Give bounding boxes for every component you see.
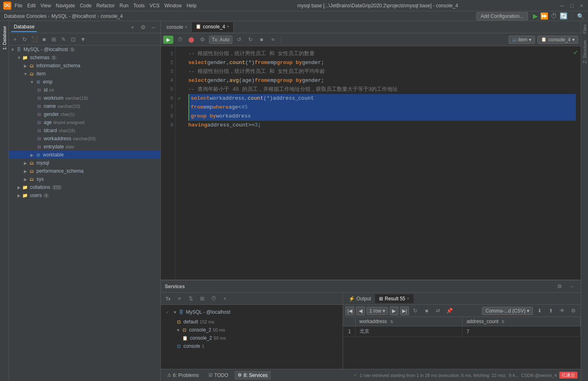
arrow-mysql-schema[interactable]: ▶ <box>23 160 28 166</box>
code-content[interactable]: -- 根据性别分组，统计男性员工 和 女性员工的数量 select gender… <box>183 46 581 280</box>
tree-mysql-schema[interactable]: ▶ 🗂 mysql <box>9 159 160 167</box>
tree-col-entrydate[interactable]: ⊟ entrydate date <box>9 143 160 151</box>
menu-vcs[interactable]: VCS <box>149 3 160 9</box>
inspect-btn[interactable]: ⊡ <box>69 35 78 44</box>
tree-collations[interactable]: ▶ 📁 collations 272 <box>9 183 160 191</box>
download-btn[interactable]: ⬇ <box>535 306 544 316</box>
collapse-sidebar-btn[interactable]: – <box>149 23 158 32</box>
code-editor[interactable]: 1 2 3 4 5 6 7 8 9 ✓ <box>161 46 581 280</box>
result-settings-btn[interactable]: ⚙ <box>569 306 578 316</box>
tree-users[interactable]: ▶ 📁 users 4 <box>9 191 160 199</box>
arrow-collations[interactable]: ▶ <box>16 184 22 190</box>
services-console2-parent[interactable]: ▼ ⊡ console_2 50 ms <box>161 326 343 334</box>
cancel-btn[interactable]: ■ <box>422 306 432 316</box>
export-format-selector[interactable]: Comma-...d (CSV) ▾ <box>482 307 533 315</box>
tab-services[interactable]: ⚙ 8: Services <box>234 371 271 380</box>
menu-file[interactable]: File <box>15 3 22 9</box>
nav-next-btn[interactable]: ▶ <box>390 306 398 315</box>
row-selector[interactable]: 1 row ▾ <box>366 307 388 315</box>
breadcrumb-mysql-localhost[interactable]: MySQL - @localhost <box>51 13 96 19</box>
menu-help[interactable]: Help <box>187 3 197 9</box>
tree-col-idcard[interactable]: ⊟ idcard char(18) <box>9 126 160 135</box>
execute-button[interactable]: ▶ <box>163 36 173 44</box>
breadcrumb-console4[interactable]: console_4 <box>101 13 123 19</box>
rollback-btn[interactable]: ↺ <box>234 35 244 45</box>
stop-btn2[interactable]: ■ <box>257 35 266 45</box>
vtab-files[interactable]: Files <box>582 21 588 37</box>
refresh-btn[interactable]: ↻ <box>20 35 29 44</box>
console-context-selector[interactable]: 📋 console_4 ▾ <box>537 36 578 44</box>
tree-item-schema[interactable]: ▼ 🗂 item <box>9 70 160 78</box>
tree-mysql-root[interactable]: ▼ 🗄 MySQL - @localhost 5 <box>9 45 160 54</box>
transpose-btn[interactable]: ⇄ <box>433 306 443 316</box>
menu-run[interactable]: Run <box>119 3 128 9</box>
debug-button-top[interactable]: ⏩ <box>540 12 548 20</box>
settings-btn[interactable]: ⚙ <box>198 35 207 45</box>
tab-todo[interactable]: ☑ TODO <box>205 371 231 380</box>
result55-tab-close[interactable]: × <box>407 296 409 301</box>
search-everywhere-button[interactable]: 🔍 <box>577 13 584 19</box>
tree-performance-schema[interactable]: ▶ 🗂 performance_schema <box>9 167 160 175</box>
col-address-count-sort[interactable]: ⇅ <box>501 319 505 324</box>
menu-navigate[interactable]: Navigate <box>56 3 75 9</box>
add-datasource-btn[interactable]: + <box>128 23 137 32</box>
profile-button-top[interactable]: ⏱ <box>551 13 557 20</box>
services-arrow-root[interactable]: ▼ <box>172 309 178 315</box>
arrow-mysql-root[interactable]: ▼ <box>10 47 15 52</box>
services-mysql-root[interactable]: ✓ ▼ 🗄 MySQL - @localhost <box>161 306 343 318</box>
tree-schemas[interactable]: ▼ 📁 schemas 5 <box>9 54 160 62</box>
arrow-users[interactable]: ▶ <box>16 193 22 198</box>
stop-btn[interactable]: ■ <box>40 35 49 44</box>
arrow-emp[interactable]: ▼ <box>29 79 35 85</box>
services-console2-child[interactable]: 📋 console_2 50 ms <box>161 334 343 342</box>
item-context-selector[interactable]: 🗂 item ▾ <box>509 36 535 44</box>
services-btn3[interactable]: ⊞ <box>197 294 207 304</box>
view-btn[interactable]: 👁 <box>557 306 567 316</box>
services-settings-btn[interactable]: ⚙ <box>555 282 565 291</box>
vtab-structure[interactable]: Z: Structure <box>582 37 588 66</box>
tx-selector[interactable]: Tx: Auto <box>209 36 232 44</box>
reload-btn[interactable]: ↻ <box>411 306 420 316</box>
tab-console-close[interactable]: × <box>185 25 187 29</box>
tab-console4-close[interactable]: × <box>227 24 229 29</box>
menu-edit[interactable]: Edit <box>27 3 36 9</box>
history-btn[interactable]: ⏱ <box>175 35 185 45</box>
arrow-perf-schema[interactable]: ▶ <box>23 168 28 174</box>
tab-result55[interactable]: ⊞ Result 55 × <box>375 294 413 303</box>
close-button[interactable]: × <box>578 2 585 9</box>
menu-window[interactable]: Window <box>164 3 182 9</box>
arrow-info-schema[interactable]: ▶ <box>23 63 28 68</box>
services-arrow-console2[interactable]: ▼ <box>175 327 181 333</box>
tree-worktable[interactable]: ▶ ⊞ worktable <box>9 151 160 159</box>
coverage-button-top[interactable]: 🔄 <box>560 12 568 20</box>
tree-col-gender[interactable]: ⊟ gender char(1) <box>9 110 160 118</box>
nav-prev-btn[interactable]: ◀ <box>356 306 365 315</box>
menu-view[interactable]: View <box>40 3 51 9</box>
tree-col-worknum[interactable]: ⊟ worknum varchar(10) <box>9 94 160 102</box>
new-query-btn[interactable]: + <box>11 35 19 44</box>
tree-col-age[interactable]: ⊟ age tinyint unsigned <box>9 118 160 126</box>
edit-btn[interactable]: ✎ <box>59 35 68 44</box>
menu-code[interactable]: Code <box>80 3 92 9</box>
grid-btn[interactable]: ⊞ <box>49 35 58 44</box>
run-button-top[interactable]: ▶ <box>533 12 538 20</box>
nav-first-btn[interactable]: |◀ <box>345 306 354 315</box>
maximize-button[interactable]: □ <box>569 2 575 9</box>
services-btn4[interactable]: ⏱ <box>209 294 218 304</box>
tab-output[interactable]: ⚡ Output <box>345 294 375 303</box>
breadcrumb-database-consoles[interactable]: Database Consoles <box>4 13 47 19</box>
result-col-workaddress-header[interactable]: workaddress ⇅ <box>355 317 462 326</box>
menu-refactor[interactable]: Refactor <box>96 3 115 9</box>
tree-emp-table[interactable]: ▼ ⊞ emp <box>9 78 160 86</box>
tree-information-schema[interactable]: ▶ 🗂 information_schema <box>9 62 160 70</box>
arrow-item-schema[interactable]: ▼ <box>23 71 28 77</box>
tree-sys-schema[interactable]: ▶ 🗂 sys <box>9 175 160 183</box>
col-workaddress-sort[interactable]: ⇅ <box>390 319 393 324</box>
tree-col-name[interactable]: ⊟ name varchar(10) <box>9 102 160 110</box>
tab-problems[interactable]: ⚠ 6: Problems <box>164 371 202 380</box>
services-console[interactable]: ⊡ console 1 <box>161 342 343 350</box>
services-btn2[interactable]: ⇅ <box>186 294 196 304</box>
stop-exec-btn[interactable]: ⬤ <box>186 35 196 45</box>
database-tab[interactable]: Database <box>11 22 37 32</box>
result-col-address-count-header[interactable]: address_count ⇅ <box>462 317 581 326</box>
